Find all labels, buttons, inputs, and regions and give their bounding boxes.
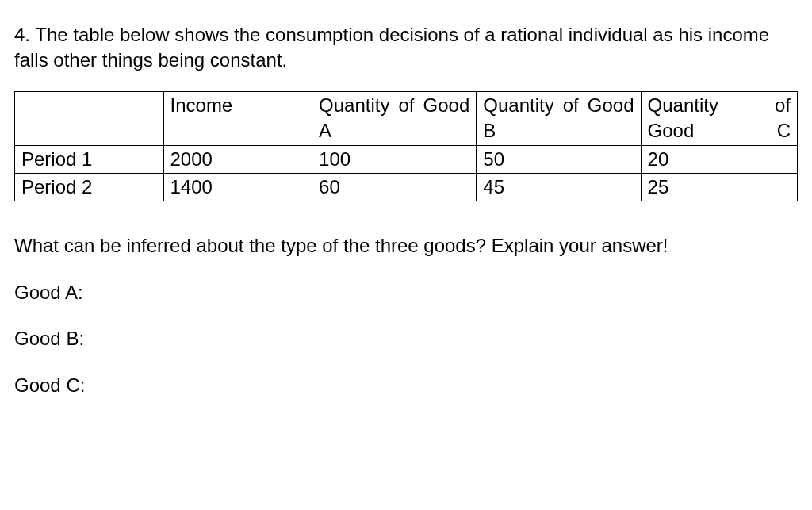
header-income: Income xyxy=(163,91,312,145)
cell-good-c: 25 xyxy=(641,173,797,201)
cell-good-a: 100 xyxy=(312,145,477,173)
table-row: Period 2 1400 60 45 25 xyxy=(15,173,798,201)
header-empty xyxy=(15,91,164,145)
cell-period: Period 2 xyxy=(15,173,164,201)
cell-good-c: 20 xyxy=(641,145,797,173)
question-intro: 4. The table below shows the consumption… xyxy=(14,22,798,74)
consumption-table: Income Quantity of Good A Quantity of Go… xyxy=(14,91,798,202)
cell-period: Period 1 xyxy=(15,145,164,173)
cell-income: 2000 xyxy=(163,145,312,173)
header-good-a: Quantity of Good A xyxy=(312,91,477,145)
answer-good-b: Good B: xyxy=(14,326,798,351)
answer-good-a: Good A: xyxy=(14,280,798,305)
cell-good-b: 50 xyxy=(477,145,641,173)
header-good-c: Quantity of Good C xyxy=(641,91,797,145)
cell-good-b: 45 xyxy=(477,173,641,201)
cell-income: 1400 xyxy=(163,173,312,201)
question-text: What can be inferred about the type of t… xyxy=(14,233,798,259)
header-good-b: Quantity of Good B xyxy=(477,91,641,145)
cell-good-a: 60 xyxy=(312,173,477,201)
table-row: Period 1 2000 100 50 20 xyxy=(15,145,798,173)
answer-good-c: Good C: xyxy=(14,373,798,398)
table-header-row: Income Quantity of Good A Quantity of Go… xyxy=(15,91,798,145)
